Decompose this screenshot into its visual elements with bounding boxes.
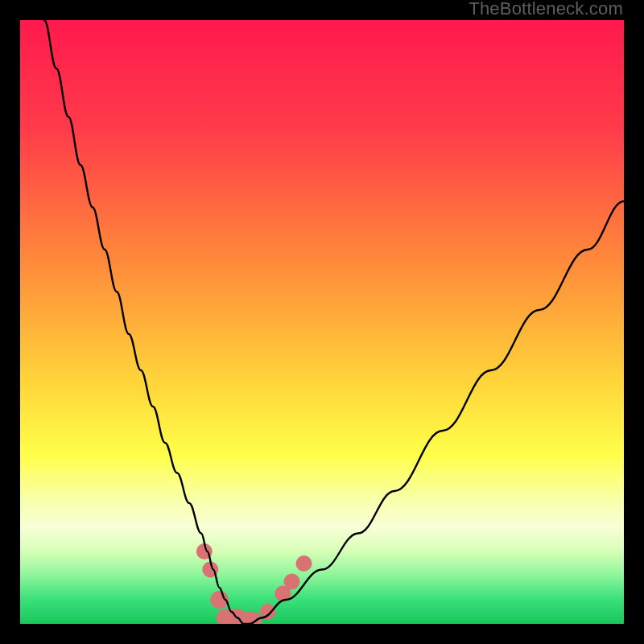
bottleneck-curve [44, 20, 624, 624]
outer-frame: TheBottleneck.com [0, 0, 644, 644]
marker-dot [296, 555, 312, 572]
marker-dot [284, 574, 300, 590]
marker-group [196, 543, 312, 624]
plot-area [20, 20, 624, 624]
curve-layer [20, 20, 624, 624]
watermark-text: TheBottleneck.com [469, 0, 623, 19]
